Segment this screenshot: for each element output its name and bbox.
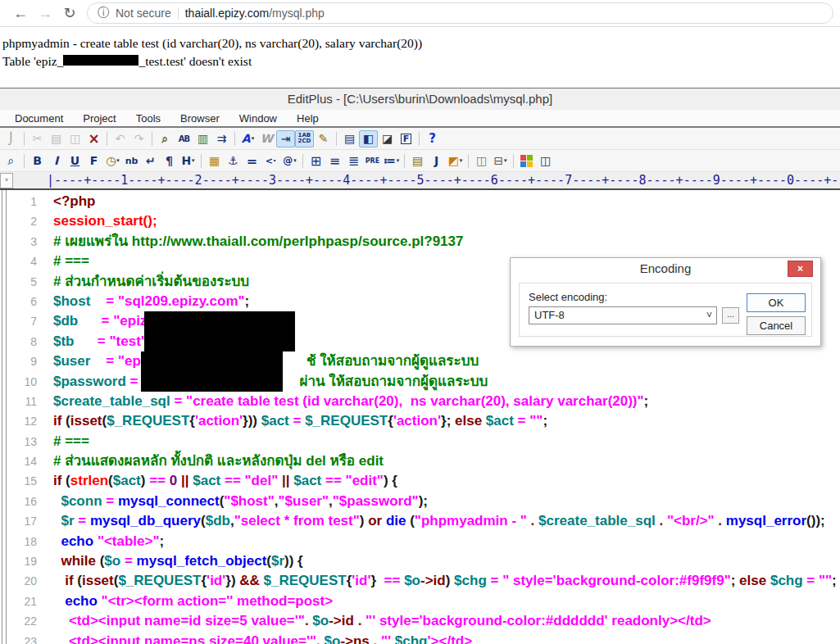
code-line: 22 <td><input name=id size=5 value='". $… xyxy=(0,611,840,631)
ruler-marker-box[interactable]: ˅ xyxy=(0,173,13,188)
nbsp-icon[interactable]: nb xyxy=(122,152,141,170)
menu-item-browser[interactable]: Browser xyxy=(170,112,229,125)
browser-pane-icon[interactable]: ◪ xyxy=(378,130,397,147)
menu-item-project[interactable]: Project xyxy=(73,112,125,125)
browser-preview-icon[interactable]: ⌕ xyxy=(2,152,20,170)
hr-icon[interactable]: = xyxy=(243,152,261,170)
document-list-icon[interactable]: ▤ xyxy=(340,130,359,147)
anchor-icon[interactable]: ⚓ xyxy=(224,152,243,170)
browse-button[interactable]: ... xyxy=(722,307,739,324)
goto-line-icon[interactable]: ⇉ xyxy=(212,130,231,147)
pre-icon[interactable]: PRE xyxy=(363,152,382,170)
paragraph-icon[interactable]: ¶ xyxy=(160,152,179,170)
editplus-window: EditPlus - [C:\Users\burin\Downloads\mys… xyxy=(0,88,840,644)
output-window-icon[interactable]: ◧ xyxy=(359,130,378,147)
paste-icon[interactable]: ◫ xyxy=(66,130,84,147)
url-host: thaiall.epizy.com xyxy=(185,7,269,20)
align-center-icon[interactable]: ≡ xyxy=(325,152,344,170)
menu-item-document[interactable]: Document xyxy=(5,112,73,125)
ok-button[interactable]: OK xyxy=(747,293,806,312)
ruler: ˅ |----+----1----+----2----+----3----+--… xyxy=(0,172,840,190)
security-label: Not secure xyxy=(116,7,171,20)
cut-icon[interactable]: ✂ xyxy=(28,130,47,147)
menu-item-help[interactable]: Help xyxy=(287,112,329,125)
syntax-palette-icon[interactable]: ✎ xyxy=(314,130,333,147)
copy-lines-icon[interactable]: ▥ xyxy=(193,130,212,147)
find-flashlight-icon[interactable]: ⌕ xyxy=(156,130,175,147)
select-encoding-label: Select encoding: xyxy=(529,291,607,303)
page-line-1: phpmyadmin - create table test (id varch… xyxy=(2,34,840,52)
code-line: 3# เผยแพร่ใน http://www.thaiall.com/perl… xyxy=(0,232,840,252)
undo-icon[interactable]: ↶ xyxy=(111,130,129,147)
align-right-icon[interactable]: ≣ xyxy=(344,152,363,170)
encoding-select[interactable]: UTF-8 ˅ xyxy=(529,306,717,324)
window-border-line xyxy=(6,190,7,644)
script-icon[interactable]: ▤ xyxy=(408,152,427,170)
window-border-line xyxy=(2,190,2,644)
delete-icon[interactable]: × xyxy=(84,130,103,147)
code-line: 23 <td><input name=ns size=40 value='". … xyxy=(0,632,840,644)
refresh-icon[interactable]: ↻ xyxy=(57,4,82,22)
code-line: 20 if (isset($_REQUEST{'id'}) && $_REQUE… xyxy=(0,571,840,591)
info-icon[interactable]: ⓘ xyxy=(98,6,109,20)
browser-chrome: ← → ↻ ⓘ Not secure thaiall.epizy.com/mys… xyxy=(0,0,840,27)
redaction-box xyxy=(63,55,138,66)
code-line: 10$password = "J ผ่าน ให้สอบถามจากผู้ดูแ… xyxy=(0,372,840,392)
forward-icon[interactable]: → xyxy=(33,5,57,22)
context-help-icon[interactable]: ? xyxy=(423,130,442,147)
close-icon[interactable]: × xyxy=(788,261,813,277)
tag-icon[interactable]: <· xyxy=(261,152,280,170)
font-tag-icon[interactable]: F xyxy=(84,152,103,170)
time-icon[interactable]: ◷▾ xyxy=(103,152,122,170)
mailto-icon[interactable]: @▾ xyxy=(280,152,299,170)
doc-partial-icon[interactable]: ⌡ xyxy=(2,130,20,147)
heading-icon[interactable]: H▾ xyxy=(179,152,198,170)
code-line: 19 while ($o = mysql_fetch_object($r)) { xyxy=(0,551,840,571)
copy-icon[interactable]: ▤ xyxy=(47,130,66,147)
cancel-button[interactable]: Cancel xyxy=(747,316,806,335)
objects-icon[interactable]: ◩▾ xyxy=(446,152,465,170)
back-icon[interactable]: ← xyxy=(8,5,33,22)
italic-icon[interactable]: I xyxy=(47,152,66,170)
toolbar-separator xyxy=(513,154,514,168)
javascript-icon[interactable]: J xyxy=(427,152,446,170)
menu-item-window[interactable]: Window xyxy=(229,112,287,125)
font-color-icon[interactable]: A▾ xyxy=(238,130,257,147)
table-icon[interactable]: ⊞ xyxy=(306,152,325,170)
page-content: phpmyadmin - create table test (id varch… xyxy=(0,27,840,95)
indent-guide-icon[interactable]: ⇥ xyxy=(276,130,295,147)
line-numbers-icon[interactable]: 1AB 2CD xyxy=(295,130,314,147)
split-window-icon[interactable]: ◫ xyxy=(536,152,555,170)
ruler-scale: |----+----1----+----2----+----3----+----… xyxy=(47,173,840,188)
redaction-box xyxy=(141,351,283,392)
toolbar-separator xyxy=(152,132,152,146)
toolbar-standard: ⌡✂▤◫×↶↷⌕AB▥⇉A▾W⇥1AB 2CD✎▤◧◪F? xyxy=(0,128,840,150)
window-title: EditPlus - [C:\Users\burin\Downloads\mys… xyxy=(0,88,840,110)
redo-icon[interactable]: ↷ xyxy=(129,130,148,147)
replace-ab-icon[interactable]: AB xyxy=(175,130,193,147)
code-line: 16 $conn = mysql_connect("$host","$user"… xyxy=(0,492,840,511)
code-line: 12if (isset($_REQUEST{'action'})) $act =… xyxy=(0,411,840,431)
list-icon[interactable]: ≔▾ xyxy=(382,152,401,170)
code-line: 18 echo "<table>"; xyxy=(0,532,840,551)
word-wrap-icon[interactable]: W xyxy=(257,130,276,147)
bold-icon[interactable]: B xyxy=(28,152,47,170)
url-bar[interactable]: ⓘ Not secure thaiall.epizy.com/mysql.php xyxy=(87,2,833,24)
toolbar-separator xyxy=(336,132,337,146)
toolbar-separator xyxy=(201,154,202,168)
underline-icon[interactable]: U xyxy=(66,152,84,170)
image-icon[interactable]: ▦ xyxy=(205,152,224,170)
code-line: 17 $r = mysql_db_query($db,"select * fro… xyxy=(0,511,840,531)
function-list-icon[interactable]: F xyxy=(397,130,415,147)
line-break-icon[interactable]: ↵ xyxy=(141,152,160,170)
dialog-title: Encoding xyxy=(511,258,820,281)
chevron-down-icon: ˅ xyxy=(706,307,712,324)
toolbar-html: ⌕BIUF◷▾nb↵¶H▾▦⚓=<·@▾⊞≡≣PRE≔▾▤J◩▾◫⊟▾◫ xyxy=(0,150,840,172)
url-path: /mysql.php xyxy=(269,7,325,20)
folder-copy-icon[interactable]: ◫ xyxy=(472,152,491,170)
window-list-icon[interactable]: ⊟▾ xyxy=(491,152,510,170)
code-line: 11$create_table_sql = "create table test… xyxy=(0,392,840,411)
windows-logo-icon[interactable] xyxy=(517,152,536,170)
menu-item-tools[interactable]: Tools xyxy=(126,112,170,125)
toolbar-separator xyxy=(24,154,25,168)
